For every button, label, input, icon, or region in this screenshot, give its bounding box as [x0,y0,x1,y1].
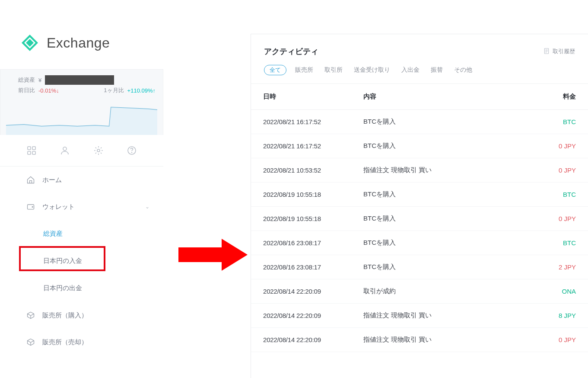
filter-tab-receive[interactable]: 送金受け取り [351,64,393,76]
month-change-value: +110.09%↑ [127,87,156,94]
total-assets-row: 総資産 ¥ [0,69,163,86]
row-desc: BTCを購入 [363,263,502,271]
nav-sub-total-assets[interactable]: 総資産 [0,220,163,247]
row-datetime: 2022/08/14 22:20:09 [263,312,363,319]
row-currency: 2 JPY [502,263,576,271]
row-datetime: 2022/08/21 16:17:52 [263,118,363,125]
month-change-label: 1ヶ月比 [104,86,124,94]
row-datetime: 2022/08/16 23:08:17 [263,239,363,247]
nav-sales-sell[interactable]: 販売所（売却） [0,329,163,350]
nav-sales-buy[interactable]: 販売所（購入） [0,302,163,329]
brand: Exchange [0,34,163,52]
nav-home-label: ホーム [42,176,62,184]
row-currency: BTC [502,191,576,198]
row-currency: ONA [502,288,576,295]
svg-rect-4 [32,147,35,150]
brand-name: Exchange [47,35,110,51]
filter-tab-all[interactable]: 全て [264,65,286,75]
svg-marker-13 [178,239,248,271]
help-icon[interactable] [126,144,138,157]
table-row[interactable]: 2022/08/14 22:20:09取引が成約ONA [251,279,588,304]
row-currency: 0 JPY [502,142,576,150]
row-currency: BTC [502,239,576,247]
svg-point-10 [132,152,132,153]
nav-list: ホーム ウォレット ⌄ 総資産 日本円の入金 日本円の出金 [0,167,163,350]
row-desc: BTCを購入 [363,142,502,150]
nav-sales-buy-label: 販売所（購入） [42,311,88,320]
svg-point-12 [32,206,33,207]
table-row[interactable]: 2022/08/19 10:55:18BTCを購入0 JPY [251,207,588,231]
filter-tab-other[interactable]: その他 [451,64,475,76]
row-datetime: 2022/08/21 10:53:52 [263,167,363,174]
total-assets-label: 総資産 [18,76,35,84]
activity-panel: アクティビティ 取引履歴 全て 販売所 取引所 送金受け取り 入出金 振替 その… [251,34,588,378]
dashboard-icon[interactable] [25,144,38,157]
nav-wallet-label: ウォレット [42,203,75,211]
row-desc: 指値注文 現物取引 買い [363,336,502,344]
row-datetime: 2022/08/21 16:17:52 [263,142,363,150]
col-header-fee: 料金 [548,93,576,101]
row-desc: 指値注文 現物取引 買い [363,166,502,174]
brand-logo-icon [21,34,39,52]
svg-rect-3 [28,147,31,150]
table-row[interactable]: 2022/08/14 22:20:09指値注文 現物取引 買い0 JPY [251,328,588,352]
total-assets-redacted [45,75,114,85]
table-row[interactable]: 2022/08/16 23:08:17BTCを購入BTC [251,231,588,255]
row-desc: BTCを購入 [363,190,502,199]
sidebar: Exchange 総資産 ¥ 前日比 -0.01%↓ 1ヶ月比 +110.09%… [0,34,163,350]
filter-tab-exchange[interactable]: 取引所 [322,64,345,76]
activity-history-label: 取引履歴 [553,48,575,55]
table-row[interactable]: 2022/08/16 23:08:17BTCを購入2 JPY [251,255,588,279]
row-datetime: 2022/08/19 10:55:18 [263,215,363,222]
row-desc: 取引が成約 [363,287,502,295]
sidebar-icon-tabs [0,135,163,167]
row-currency: 0 JPY [502,167,576,174]
user-icon[interactable] [59,144,71,157]
activity-filter-tabs: 全て 販売所 取引所 送金受け取り 入出金 振替 その他 [251,64,588,84]
nav-sales-sell-label: 販売所（売却） [42,338,88,346]
row-desc: BTCを購入 [363,118,502,126]
filter-tab-deposit[interactable]: 入出金 [399,64,422,76]
wallet-icon [26,202,35,211]
svg-rect-6 [32,151,35,154]
row-desc: BTCを購入 [363,239,502,247]
day-change-value: -0.01%↓ [38,87,59,94]
row-datetime: 2022/08/19 10:55:18 [263,191,363,198]
row-datetime: 2022/08/14 22:20:09 [263,336,363,343]
delta-row: 前日比 -0.01%↓ 1ヶ月比 +110.09%↑ [0,86,163,99]
nav-home[interactable]: ホーム [0,167,163,193]
activity-history-link[interactable]: 取引履歴 [543,48,575,56]
table-row[interactable]: 2022/08/19 10:55:18BTCを購入BTC [251,183,588,207]
day-change-label: 前日比 [18,86,35,94]
activity-table-body: 2022/08/21 16:17:52BTCを購入BTC2022/08/21 1… [251,110,588,352]
cube-icon [26,311,35,320]
filter-tab-sales[interactable]: 販売所 [292,64,316,76]
nav-wallet[interactable]: ウォレット ⌄ [0,193,163,220]
col-header-datetime: 日時 [263,93,363,101]
row-desc: BTCを購入 [363,215,502,223]
row-currency: 0 JPY [502,215,576,222]
cube-icon [26,337,35,347]
nav-sub-withdraw-jpy[interactable]: 日本円の出金 [0,275,163,302]
portfolio-sparkline [6,100,157,135]
svg-point-7 [63,147,67,151]
gear-icon[interactable] [92,144,105,157]
svg-point-8 [97,149,100,152]
row-currency: BTC [502,118,576,125]
row-desc: 指値注文 現物取引 買い [363,311,502,320]
table-row[interactable]: 2022/08/21 16:17:52BTCを購入BTC [251,110,588,134]
activity-title: アクティビティ [264,46,318,57]
activity-table-header: 日時 内容 料金 [251,84,588,110]
table-row[interactable]: 2022/08/14 22:20:09指値注文 現物取引 買い8 JPY [251,304,588,328]
row-currency: 8 JPY [502,312,576,319]
chevron-down-icon: ⌄ [145,204,149,210]
nav-sub-deposit-jpy[interactable]: 日本円の入金 [0,247,163,275]
table-row[interactable]: 2022/08/21 16:17:52BTCを購入0 JPY [251,134,588,158]
document-icon [543,48,550,56]
portfolio-summary: 総資産 ¥ 前日比 -0.01%↓ 1ヶ月比 +110.09%↑ [0,69,163,350]
row-currency: 0 JPY [502,336,576,343]
home-icon [26,175,35,185]
svg-rect-5 [28,151,31,154]
table-row[interactable]: 2022/08/21 10:53:52指値注文 現物取引 買い0 JPY [251,158,588,183]
filter-tab-transfer[interactable]: 振替 [428,64,445,76]
